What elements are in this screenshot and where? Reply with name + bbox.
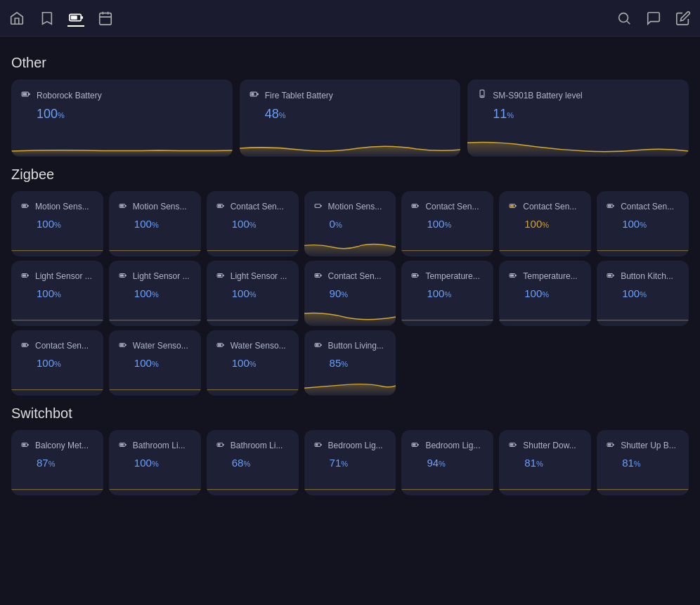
card-light-3-title: Light Sensor ... [231,271,287,281]
svg-rect-35 [510,275,514,277]
battery-card-icon [21,89,31,101]
card-bathroom-li-2: Bathroom Li... 68% [207,430,299,495]
card-button-kitch-value: 100% [622,287,679,299]
card-contact-2-title: Contact Sen... [425,202,479,212]
svg-rect-59 [608,444,611,446]
card-roborock: Roborock Battery 100% [11,79,233,157]
search-icon[interactable] [616,10,633,27]
card-contact-3: Contact Sen... 100% [499,191,591,256]
svg-rect-55 [413,444,416,446]
card-contact-4-title: Contact Sen... [621,202,674,212]
card-contact-4: Contact Sen... 100% [597,191,689,256]
svg-rect-41 [120,344,124,346]
card-balcony: Balcony Met... 87% [11,430,103,495]
card-balcony-chart [11,474,103,495]
svg-point-3 [619,13,628,22]
battery-icon-z5 [411,201,420,212]
svg-rect-37 [608,275,611,277]
zigbee-section: Zigbee Motion Sens... 100% Motion Sens..… [11,167,689,396]
battery-icon-s7 [607,440,615,451]
battery-icon-z2 [119,201,127,212]
battery-icon[interactable] [67,10,84,27]
svg-rect-23 [608,205,611,207]
card-contact-6-chart [11,375,103,396]
battery-icon-z11 [314,271,323,282]
card-bathroom-li-1-chart [109,474,201,495]
card-bedroom-li-1: Bedroom Lig... 71% [304,430,396,495]
svg-rect-9 [481,96,484,97]
card-temp-1-chart [401,305,493,326]
card-water-1: Water Senso... 100% [109,330,201,396]
card-shutter-down-chart [499,474,591,495]
card-light-2-value: 100% [134,287,191,299]
card-sm-s901b-value: 11% [493,107,679,122]
card-contact-5-value: 90% [330,287,387,299]
card-motion-3-chart [304,235,396,256]
card-sm-s901b-header: SM-S901B Battery level [477,89,679,101]
svg-rect-51 [218,444,221,446]
card-bathroom-li-1-value: 100% [134,457,191,469]
svg-rect-13 [120,205,124,207]
card-light-2-title: Light Sensor ... [133,271,190,281]
card-bedroom-li-2-value: 94% [427,457,484,469]
card-light-3: Light Sensor ... 100% [207,261,299,326]
battery-icon-z14 [607,271,615,282]
svg-rect-57 [510,444,514,446]
zigbee-row-1: Motion Sens... 100% Motion Sens... 100% … [11,191,689,256]
card-motion-3: Motion Sens... 0% [304,191,396,256]
card-button-living-chart [304,375,396,396]
card-shutter-up: Shutter Up B... 81% [597,430,689,495]
battery-card-icon3 [477,89,487,101]
card-motion-2-value: 100% [134,218,191,230]
card-button-kitch-title: Button Kitch... [621,271,673,281]
card-fire-tablet-title: Fire Tablet Battery [265,91,333,100]
bookmark-icon[interactable] [38,10,55,27]
svg-rect-15 [218,205,221,207]
battery-icon-s6 [509,440,517,451]
card-light-3-value: 100% [232,287,289,299]
switchbot-section-title: Switchbot [11,405,689,422]
battery-icon-z13 [509,271,517,282]
chat-icon[interactable] [645,10,662,27]
switchbot-row-1: Balcony Met... 87% Bathroom Li... 100% B… [11,430,689,495]
svg-rect-1 [71,15,77,20]
card-temp-1-value: 100% [427,287,484,299]
card-light-2-chart [109,305,201,326]
battery-icon-s3 [216,440,225,451]
battery-icon-z7 [607,201,615,212]
card-temp-1-title: Temperature... [425,271,479,281]
card-contact-4-chart [597,235,689,256]
svg-rect-29 [218,275,221,277]
other-section-title: Other [11,55,689,71]
battery-icon-z18 [314,340,323,351]
card-contact-6-title: Contact Sen... [35,341,89,351]
home-icon[interactable] [8,10,25,27]
svg-rect-31 [316,275,319,277]
card-roborock-value: 100% [37,107,223,122]
card-shutter-up-value: 81% [622,457,679,469]
card-balcony-value: 87% [37,457,93,469]
card-contact-5-chart [304,305,396,326]
edit-icon[interactable] [675,10,692,27]
card-shutter-up-title: Shutter Up B... [621,441,676,450]
svg-rect-25 [22,275,26,277]
card-sm-s901b: SM-S901B Battery level 11% [467,79,689,157]
card-light-1-chart [11,305,103,326]
card-water-2: Water Senso... 100% [207,330,299,396]
card-shutter-down-title: Shutter Dow... [523,441,576,450]
battery-icon-z10 [216,271,225,282]
card-light-2: Light Sensor ... 100% [109,261,201,326]
battery-card-icon2 [249,89,259,101]
battery-icon-z16 [119,340,127,351]
card-temp-1: Temperature... 100% [401,261,493,326]
battery-icon-s4 [314,440,323,451]
battery-icon-z8 [21,271,30,282]
calendar-icon[interactable] [97,10,114,27]
card-contact-3-chart [499,235,591,256]
battery-icon-z9 [119,271,127,282]
card-fire-tablet-header: Fire Tablet Battery [249,89,451,101]
svg-rect-11 [22,205,26,207]
card-motion-1-title: Motion Sens... [35,202,89,212]
svg-rect-27 [120,275,124,277]
top-navigation [0,0,700,37]
